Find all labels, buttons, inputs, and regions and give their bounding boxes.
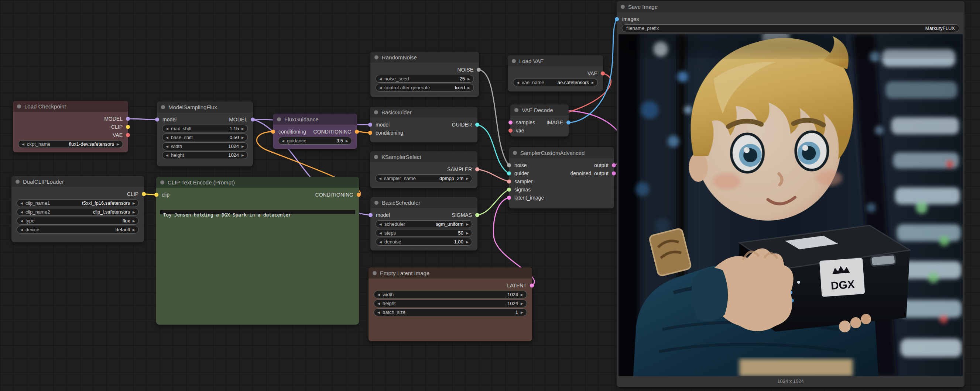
- height-widget[interactable]: ◀ height 1024 ▶: [374, 299, 527, 307]
- scheduler-widget[interactable]: ◀ scheduler sgm_uniform ▶: [375, 220, 472, 228]
- node-dual-clip-loader[interactable]: DualCLIPLoader CLIP ◀ clip_name1 t5xxl_f…: [11, 176, 144, 242]
- stepper-right-icon[interactable]: ▶: [466, 240, 469, 244]
- model-input-port[interactable]: [368, 123, 372, 127]
- collapse-dot-icon[interactable]: [372, 271, 377, 275]
- sampler-name-widget[interactable]: ◀ sampler_name dpmpp_2m ▶: [375, 174, 472, 182]
- model-input-port[interactable]: [369, 213, 372, 217]
- guider-output-port[interactable]: [475, 123, 479, 127]
- prompt-textarea[interactable]: Toy Jensen holding a DGX Spark in a data…: [160, 210, 355, 214]
- stepper-left-icon[interactable]: ◀: [282, 139, 284, 143]
- latent-image-input-port[interactable]: [507, 196, 511, 200]
- clip-output-port[interactable]: [142, 192, 146, 196]
- height-widget[interactable]: ◀ height 1024 ▶: [162, 151, 248, 159]
- image-output-port[interactable]: [566, 120, 571, 125]
- vae-input-port[interactable]: [509, 129, 512, 133]
- node-basic-guider[interactable]: BasicGuider model GUIDER conditioning: [370, 107, 477, 142]
- steps-widget[interactable]: ◀ steps 50 ▶: [375, 229, 472, 237]
- collapse-dot-icon[interactable]: [621, 5, 625, 9]
- conditioning-input-port[interactable]: [271, 130, 275, 134]
- stepper-left-icon[interactable]: ◀: [377, 310, 380, 314]
- sampler-output-port[interactable]: [475, 168, 479, 171]
- stepper-left-icon[interactable]: ◀: [20, 201, 23, 205]
- collapse-dot-icon[interactable]: [512, 59, 516, 63]
- stepper-left-icon[interactable]: ◀: [20, 219, 23, 223]
- vae-name-widget[interactable]: ◀ vae_name ae.safetensors ▶: [513, 79, 598, 86]
- node-sampler-custom-advanced[interactable]: SamplerCustomAdvanced noise output guide…: [509, 147, 614, 208]
- width-widget[interactable]: ◀ width 1024 ▶: [162, 142, 248, 150]
- noise-seed-widget[interactable]: ◀ noise_seed 25 ▶: [375, 75, 474, 82]
- vae-output-port[interactable]: [601, 71, 605, 76]
- control-after-generate-widget[interactable]: ◀ control after generate fixed ▶: [375, 84, 474, 92]
- guider-input-port[interactable]: [507, 171, 511, 176]
- model-input-port[interactable]: [155, 118, 159, 122]
- stepper-left-icon[interactable]: ◀: [166, 136, 169, 139]
- stepper-right-icon[interactable]: ▶: [466, 222, 469, 226]
- node-graph-canvas[interactable]: Load Checkpoint MODEL CLIP VAE ◀ ckpt_na…: [0, 0, 980, 391]
- node-header[interactable]: RandomNoise: [371, 52, 479, 63]
- stepper-right-icon[interactable]: ▶: [242, 127, 244, 131]
- collapse-dot-icon[interactable]: [16, 180, 19, 184]
- node-header[interactable]: KSamplerSelect: [370, 151, 477, 162]
- collapse-dot-icon[interactable]: [374, 155, 378, 159]
- sigmas-output-port[interactable]: [475, 213, 479, 217]
- stepper-left-icon[interactable]: ◀: [379, 177, 382, 180]
- stepper-left-icon[interactable]: ◀: [379, 77, 382, 81]
- clip-name1-widget[interactable]: ◀ clip_name1 t5xxl_fp16.safetensors ▶: [17, 199, 139, 207]
- collapse-dot-icon[interactable]: [17, 104, 21, 108]
- stepper-left-icon[interactable]: ◀: [166, 127, 169, 131]
- stepper-right-icon[interactable]: ▶: [468, 77, 470, 81]
- node-header[interactable]: Load Checkpoint: [13, 101, 128, 112]
- node-random-noise[interactable]: RandomNoise NOISE ◀ noise_seed 25 ▶ ◀ co…: [371, 52, 479, 97]
- stepper-right-icon[interactable]: ▶: [521, 293, 523, 296]
- node-header[interactable]: ModelSamplingFlux: [157, 101, 253, 112]
- denoised-output-port[interactable]: [612, 171, 616, 176]
- collapse-dot-icon[interactable]: [277, 117, 281, 121]
- vae-output-port[interactable]: [126, 133, 130, 137]
- output-port[interactable]: [612, 163, 616, 168]
- ckpt-name-widget[interactable]: ◀ ckpt_name flux1-dev.safetensors ▶: [18, 140, 123, 148]
- node-header[interactable]: Empty Latent Image: [369, 268, 532, 279]
- stepper-left-icon[interactable]: ◀: [379, 231, 382, 235]
- stepper-right-icon[interactable]: ▶: [242, 136, 244, 139]
- clip-input-port[interactable]: [154, 193, 158, 197]
- model-output-port[interactable]: [126, 117, 130, 121]
- node-ksampler-select[interactable]: KSamplerSelect SAMPLER ◀ sampler_name dp…: [370, 151, 477, 188]
- collapse-dot-icon[interactable]: [513, 151, 517, 155]
- node-header[interactable]: BasicScheduler: [371, 197, 477, 208]
- stepper-left-icon[interactable]: ◀: [377, 302, 380, 306]
- node-header[interactable]: VAE Decode: [510, 104, 569, 116]
- filename-prefix-widget[interactable]: filename_prefix MarkuryFLUX: [622, 24, 959, 32]
- collapse-dot-icon[interactable]: [374, 55, 379, 59]
- guidance-widget[interactable]: ◀ guidance 3.5 ▶: [278, 137, 352, 145]
- batch-size-widget[interactable]: ◀ batch_size 1 ▶: [374, 309, 527, 316]
- images-input-port[interactable]: [615, 17, 619, 21]
- stepper-left-icon[interactable]: ◀: [517, 81, 519, 84]
- node-basic-scheduler[interactable]: BasicScheduler model SIGMAS ◀ scheduler …: [371, 197, 477, 250]
- stepper-right-icon[interactable]: ▶: [466, 177, 469, 180]
- stepper-left-icon[interactable]: ◀: [166, 145, 169, 148]
- denoise-widget[interactable]: ◀ denoise 1.00 ▶: [375, 238, 472, 246]
- device-widget[interactable]: ◀ device default ▶: [17, 226, 139, 233]
- stepper-right-icon[interactable]: ▶: [592, 81, 594, 84]
- stepper-right-icon[interactable]: ▶: [466, 231, 469, 235]
- node-clip-text-encode[interactable]: CLIP Text Encode (Prompt) clip CONDITION…: [156, 177, 359, 325]
- collapse-dot-icon[interactable]: [160, 180, 164, 184]
- node-header[interactable]: Load VAE: [508, 55, 603, 66]
- sigmas-input-port[interactable]: [507, 188, 511, 192]
- conditioning-output-port[interactable]: [357, 193, 361, 197]
- collapse-dot-icon[interactable]: [374, 201, 379, 205]
- conditioning-input-port[interactable]: [368, 131, 372, 135]
- node-header[interactable]: BasicGuider: [370, 107, 477, 118]
- stepper-right-icon[interactable]: ▶: [132, 228, 135, 232]
- samples-input-port[interactable]: [509, 120, 512, 125]
- node-header[interactable]: SamplerCustomAdvanced: [509, 147, 614, 158]
- clip-name2-widget[interactable]: ◀ clip_name2 clip_l.safetensors ▶: [17, 208, 139, 216]
- stepper-right-icon[interactable]: ▶: [345, 139, 348, 143]
- stepper-right-icon[interactable]: ▶: [521, 310, 523, 314]
- stepper-left-icon[interactable]: ◀: [20, 210, 23, 214]
- node-header[interactable]: FluxGuidance: [273, 114, 357, 125]
- model-output-port[interactable]: [251, 118, 255, 122]
- node-save-image[interactable]: Save Image images filename_prefix Markur…: [617, 1, 964, 387]
- node-vae-decode[interactable]: VAE Decode samples IMAGE vae: [510, 104, 569, 136]
- noise-output-port[interactable]: [477, 68, 481, 72]
